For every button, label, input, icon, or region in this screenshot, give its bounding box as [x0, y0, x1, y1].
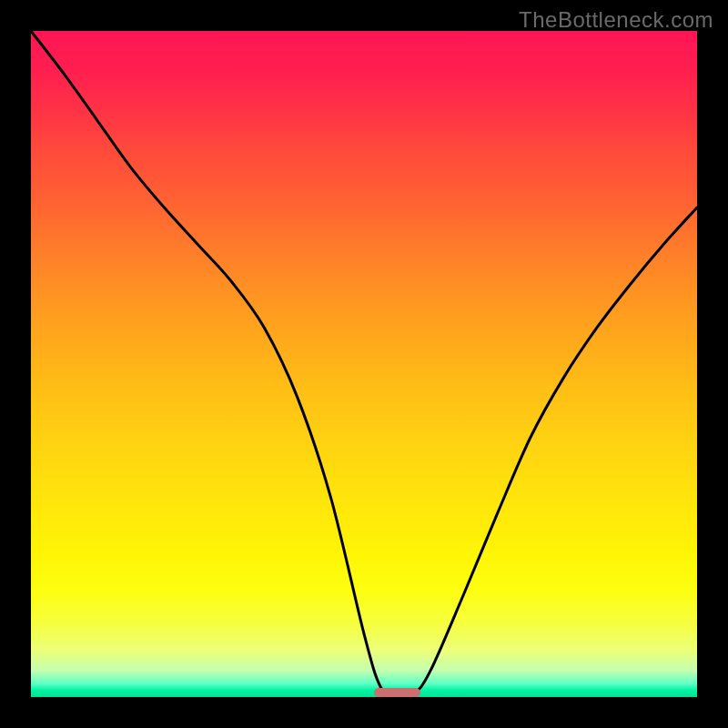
chart-frame: TheBottleneck.com — [0, 0, 728, 728]
optimal-marker — [374, 688, 420, 697]
bottleneck-curve — [31, 31, 697, 697]
curve-path — [31, 31, 697, 697]
watermark-label: TheBottleneck.com — [519, 7, 713, 33]
plot-area — [31, 31, 697, 697]
